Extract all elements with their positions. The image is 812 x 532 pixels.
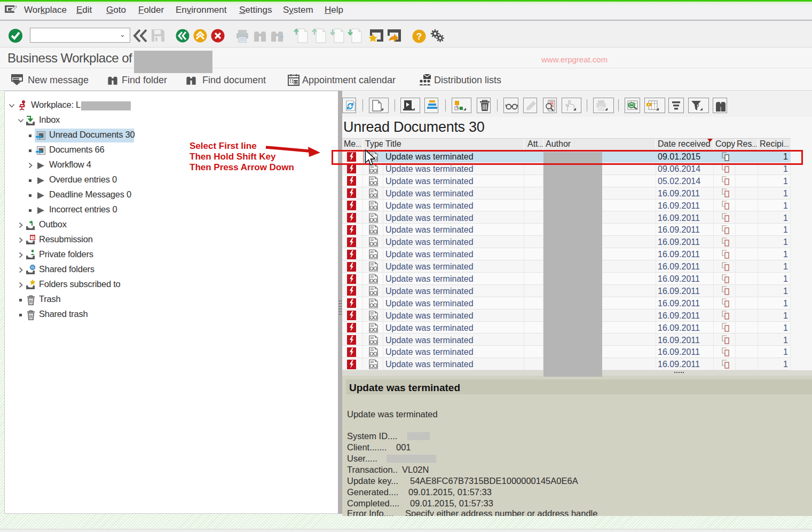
svg-text:12: 12 (294, 80, 298, 85)
svg-text:?: ? (416, 31, 422, 42)
